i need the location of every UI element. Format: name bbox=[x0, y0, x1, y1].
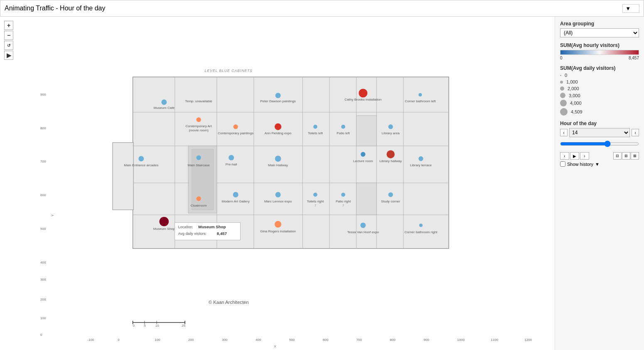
size-dot-2000 bbox=[560, 86, 564, 91]
hour-prev-button[interactable]: ‹ bbox=[560, 129, 568, 136]
staircase-inner bbox=[192, 149, 214, 210]
corner-bath-right-label: Corner bathroom right bbox=[404, 230, 438, 234]
contemporary-art-dot[interactable] bbox=[197, 117, 201, 122]
tessa-van-hoof-label: Tessa Van Hoof expo bbox=[347, 230, 379, 234]
x-axis-1000: 1000 bbox=[457, 338, 465, 342]
play-next-button[interactable]: › bbox=[580, 152, 589, 160]
show-history-dropdown[interactable]: ▼ bbox=[595, 162, 600, 167]
play-prev-button[interactable]: ‹ bbox=[560, 152, 569, 160]
area-grouping-label: Area grouping bbox=[560, 21, 639, 27]
patio-right-dot[interactable] bbox=[341, 192, 345, 197]
library-area-dot[interactable] bbox=[388, 124, 393, 129]
page-title: Animating Traffic - Hour of the day bbox=[5, 5, 622, 12]
content-area: + − ↺ ▶ 900 800 700 600 500 400 300 200 … bbox=[0, 17, 644, 350]
show-history-label: Show history bbox=[567, 162, 593, 167]
hour-slider[interactable] bbox=[560, 140, 639, 147]
patio-left-dot[interactable] bbox=[341, 125, 345, 129]
contemp-paint-label: Contemporary paintings bbox=[218, 131, 253, 135]
size-label-0: 0 bbox=[565, 73, 567, 78]
patio-left-label: Patio left bbox=[337, 131, 350, 135]
y-axis-700: 700 bbox=[40, 160, 46, 163]
tooltip-location-label: Location: bbox=[178, 225, 193, 229]
gina-rogers-label: Gina Rogers installation bbox=[260, 229, 296, 233]
main-hallway-dot[interactable] bbox=[275, 155, 281, 162]
corner-bath-left-dot[interactable] bbox=[418, 93, 422, 96]
map-area: + − ↺ ▶ 900 800 700 600 500 400 300 200 … bbox=[0, 17, 555, 350]
zoom-in-button[interactable]: + bbox=[4, 21, 13, 30]
hour-select[interactable]: 14 bbox=[569, 128, 630, 137]
y-axis-0: 0 bbox=[40, 333, 42, 337]
patio-left-outline bbox=[356, 116, 377, 146]
contemp-paint-dot[interactable] bbox=[234, 124, 238, 129]
tooltip-group: Location: Museum Shop Avg daily visitors… bbox=[175, 222, 241, 240]
cathy-brooks-dot[interactable] bbox=[359, 89, 367, 97]
museum-map: 900 800 700 600 500 400 300 200 100 0 -1… bbox=[0, 17, 555, 349]
y-axis-200: 200 bbox=[40, 298, 46, 301]
lecture-room-dot[interactable] bbox=[361, 152, 365, 157]
modern-art-dot[interactable] bbox=[233, 192, 238, 197]
main-staircase-dot[interactable] bbox=[197, 155, 201, 160]
main-entrance-label: Main Entrance arcades bbox=[124, 163, 158, 167]
daily-visitors-section: SUM(Avg daily visitors) 0 1,000 2,000 bbox=[560, 65, 639, 116]
toilets-left-label: Toilets left bbox=[308, 131, 323, 135]
corner-bath-right-dot[interactable] bbox=[419, 224, 423, 227]
svg-text:5: 5 bbox=[144, 324, 146, 328]
x-axis-300: 300 bbox=[222, 338, 228, 342]
museum-shop-dot[interactable] bbox=[160, 217, 169, 227]
size-item-3000: 3,000 bbox=[560, 93, 639, 98]
area-grouping-select[interactable]: (All) Level 1 Level 2 bbox=[560, 28, 639, 37]
view-btn-1[interactable]: ⊟ bbox=[613, 152, 622, 160]
view-btn-3[interactable]: ⊠ bbox=[631, 152, 639, 160]
y-axis-300: 300 bbox=[40, 278, 46, 281]
size-legend: 0 1,000 2,000 3,000 bbox=[560, 73, 639, 116]
size-label-1000: 1,000 bbox=[566, 79, 578, 84]
patio-right-outline bbox=[356, 183, 377, 215]
view-btn-2[interactable]: ⊞ bbox=[622, 152, 630, 160]
contemporary-art-label2: (movie room) bbox=[189, 128, 209, 132]
peter-dawson-dot[interactable] bbox=[275, 93, 281, 98]
gina-rogers-dot[interactable] bbox=[275, 221, 281, 227]
zoom-out-button[interactable]: − bbox=[4, 31, 13, 40]
main-entrance-dot[interactable] bbox=[138, 156, 144, 161]
x-axis-1200: 1200 bbox=[524, 338, 532, 342]
museum-cafe-dot[interactable] bbox=[161, 99, 167, 105]
hour-section: Hour of the day ‹ 14 › ‹ ▶ › ⊟ bbox=[560, 121, 639, 167]
reset-button[interactable]: ↺ bbox=[4, 41, 13, 50]
toilets-left-dot[interactable] bbox=[313, 125, 317, 129]
temp-unavailable-label: Temp. unavailable bbox=[185, 99, 213, 103]
x-axis-800: 800 bbox=[390, 338, 396, 342]
library-hallway-dot[interactable] bbox=[386, 150, 394, 158]
hour-next-button[interactable]: › bbox=[632, 129, 639, 136]
library-terrace-dot[interactable] bbox=[418, 156, 423, 161]
study-corner-dot[interactable] bbox=[388, 192, 393, 197]
museum-shop-label: Museum Shop bbox=[153, 227, 175, 231]
patio-right-num: 7 bbox=[342, 204, 344, 207]
peter-dawson-label: Peter Dawson paintings bbox=[260, 99, 295, 103]
pre-hall-dot[interactable] bbox=[229, 155, 234, 160]
size-item-2000: 2,000 bbox=[560, 86, 639, 91]
show-history-checkbox[interactable] bbox=[560, 161, 565, 167]
arrow-button[interactable]: ▶ bbox=[4, 51, 13, 60]
lecture-room-label: Lecture room bbox=[353, 159, 373, 163]
x-axis-700: 700 bbox=[356, 338, 362, 342]
cloakroom-dot[interactable] bbox=[197, 196, 201, 201]
main-hallway-label: Main Hallway bbox=[268, 163, 288, 167]
area-grouping-section: Area grouping (All) Level 1 Level 2 bbox=[560, 21, 639, 37]
x-axis-600: 600 bbox=[323, 338, 329, 342]
svg-text:10: 10 bbox=[155, 324, 159, 328]
tessa-van-hoof-dot[interactable] bbox=[360, 222, 366, 228]
y-axis-600: 600 bbox=[40, 193, 46, 197]
play-button[interactable]: ▶ bbox=[570, 152, 579, 160]
entrance-left bbox=[113, 143, 133, 210]
ann-fielding-dot[interactable] bbox=[275, 123, 281, 130]
size-dot-0 bbox=[560, 75, 561, 76]
marc-lennox-dot[interactable] bbox=[275, 192, 281, 197]
x-axis-label: X bbox=[274, 345, 276, 348]
toilets-right-dot[interactable] bbox=[313, 192, 317, 197]
pre-hall-label: Pre-hall bbox=[226, 163, 237, 166]
title-dropdown-button[interactable]: ▼ bbox=[622, 4, 639, 13]
right-panel: Area grouping (All) Level 1 Level 2 SUM(… bbox=[555, 17, 644, 350]
size-label-4509: 4,509 bbox=[571, 109, 583, 114]
tooltip-avg-label: Avg daily visitors: bbox=[178, 232, 206, 236]
library-terrace-label: Library terrace bbox=[410, 163, 432, 167]
